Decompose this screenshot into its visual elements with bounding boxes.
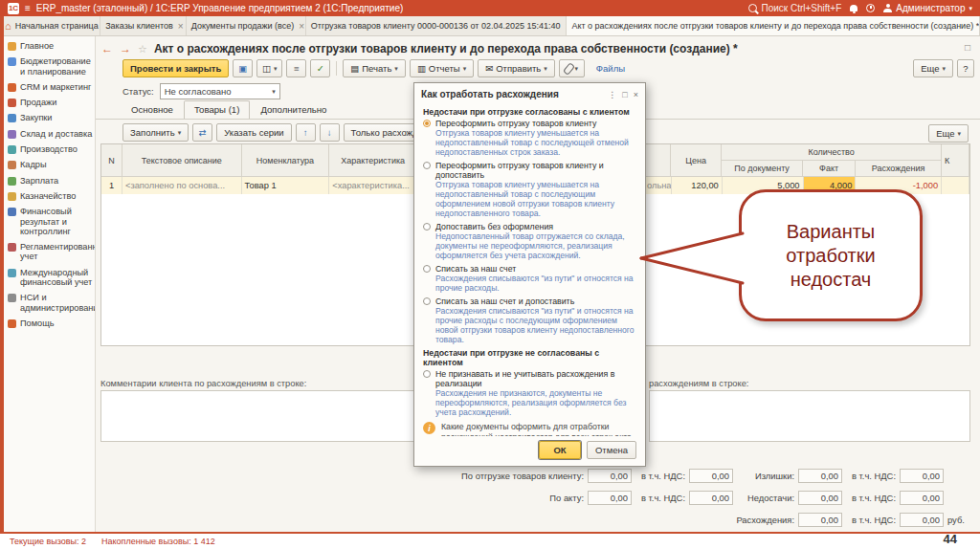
create-based-on-button[interactable]: ◫▾ — [256, 59, 282, 77]
sidebar-item-label: Бюджетирование и планирование — [20, 56, 93, 77]
option-reissue-shipment[interactable]: Переоформить отгрузку товаров клиенту — [423, 119, 636, 128]
tab-goods[interactable]: Товары (1) — [184, 100, 250, 119]
slide-page-number: 44 — [944, 532, 957, 546]
shortage-vat-field[interactable]: 0,00 — [900, 491, 944, 505]
cell-n[interactable]: 1 — [101, 177, 122, 194]
send-button[interactable]: ✉Отправить▾ — [478, 59, 555, 77]
discrepancy-field[interactable]: 0,00 — [798, 513, 842, 527]
attachments-button[interactable]: ▾ — [559, 59, 585, 77]
sidebar-item-hr[interactable]: Кадры — [4, 157, 95, 172]
ship-vat-field[interactable]: 0,00 — [689, 469, 733, 483]
tab-discrepancy-act[interactable]: Акт о расхождениях после отгрузки товаро… — [567, 16, 980, 35]
swap-button[interactable]: ⇄ — [192, 123, 212, 142]
fill-label: Заполнить — [130, 127, 175, 138]
radio-icon[interactable] — [423, 370, 431, 378]
tab-goods-shipment[interactable]: Отгрузка товаров клиенту 0000-000136 от … — [306, 16, 568, 35]
cell-text[interactable]: <заполнено по основа... — [122, 177, 242, 194]
print-button[interactable]: ▤Печать▾ — [343, 59, 406, 77]
option-do-not-recognize[interactable]: Не признавать и не учитывать расхождения… — [423, 369, 636, 388]
list-settings-button[interactable]: ≡ — [286, 59, 306, 77]
tab-customer-orders[interactable]: Заказы клиентов × — [100, 16, 187, 35]
dialog-maximize-icon[interactable]: □ — [622, 90, 627, 99]
history-icon[interactable] — [866, 4, 875, 12]
sidebar-item-regulated[interactable]: Регламентированный учет — [4, 239, 95, 265]
cancel-button[interactable]: Отмена — [587, 441, 636, 459]
user-menu[interactable]: Администратор ▾ — [883, 3, 972, 13]
radio-selected-icon[interactable] — [423, 120, 431, 127]
move-down-button[interactable]: ↓ — [320, 123, 340, 142]
sidebar-item-warehouse[interactable]: Склад и доставка — [4, 126, 95, 142]
move-up-button[interactable]: ↑ — [296, 123, 316, 142]
surplus-field[interactable]: 0,00 — [798, 469, 842, 483]
help-button[interactable]: ? — [957, 59, 974, 77]
cell-nomenclature[interactable]: Товар 1 — [242, 177, 330, 194]
table-more-button[interactable]: Еще▾ — [928, 124, 969, 143]
fill-button[interactable]: Заполнить▾ — [122, 123, 189, 142]
radio-icon[interactable] — [423, 223, 431, 231]
sidebar-item-help[interactable]: Помощь — [4, 316, 95, 331]
payroll-icon — [8, 177, 16, 186]
close-icon[interactable]: × — [178, 21, 184, 32]
act-amount-field[interactable]: 0,00 — [588, 491, 632, 505]
cell-clipped[interactable] — [942, 177, 969, 194]
sidebar-item-budgeting[interactable]: Бюджетирование и планирование — [4, 54, 95, 79]
check-fill-button[interactable]: ✓ — [310, 59, 330, 77]
close-icon[interactable]: × — [299, 21, 304, 32]
sidebar-item-finresult[interactable]: Финансовый результат и контроллинг — [4, 204, 95, 239]
app-titlebar: 1С ≡ ERP_master (эталонный) / 1С:ERP Упр… — [0, 0, 980, 16]
chevron-down-icon: ▾ — [394, 65, 398, 73]
tab-home[interactable]: ⌂ Начальная страница — [0, 16, 100, 35]
col-header-price: Цена — [671, 144, 722, 177]
surplus-vat-field[interactable]: 0,00 — [900, 469, 944, 483]
global-search[interactable]: Поиск Ctrl+Shift+F — [748, 3, 841, 13]
forward-arrow-icon[interactable]: → — [120, 43, 131, 55]
sidebar-item-treasury[interactable]: Казначейство — [4, 188, 95, 204]
option-label: Списать за наш счет — [435, 264, 636, 274]
cell-price[interactable]: 120,00 — [672, 177, 723, 194]
sidebar-item-main[interactable]: Главное — [4, 38, 95, 54]
reports-button[interactable]: ▥Отчеты▾ — [410, 59, 474, 77]
sidebar-item-ifrs[interactable]: Международный финансовый учет — [4, 265, 95, 291]
sidebar-item-crm[interactable]: CRM и маркетинг — [4, 79, 95, 95]
open-in-window-icon[interactable]: □ — [965, 42, 970, 53]
notifications-bell-icon[interactable] — [850, 5, 858, 11]
radio-icon[interactable] — [423, 162, 431, 169]
save-button[interactable]: ▣ — [233, 59, 253, 77]
tab-sales-documents[interactable]: Документы продажи (все) × — [187, 16, 306, 35]
app-title: ERP_master (эталонный) / 1С:ERP Управлен… — [36, 3, 404, 13]
post-and-close-button[interactable]: Провести и закрыть — [122, 59, 229, 77]
radio-icon[interactable] — [423, 265, 431, 273]
main-menu-icon[interactable]: ≡ — [25, 3, 31, 13]
back-arrow-icon[interactable]: ← — [101, 43, 113, 55]
cell-characteristic[interactable]: <характеристика... — [329, 177, 417, 194]
more-button[interactable]: Еще▾ — [913, 59, 953, 77]
favorite-star-icon[interactable]: ☆ — [138, 43, 147, 55]
vat-label: в т.ч. НДС: — [846, 493, 896, 503]
act-vat-field[interactable]: 0,00 — [689, 491, 733, 505]
tab-additional[interactable]: Дополнительно — [250, 100, 337, 119]
sidebar-item-payroll[interactable]: Зарплата — [4, 173, 95, 188]
option-reissue-and-redeliver[interactable]: Переоформить отгрузку товаров клиенту и … — [423, 161, 636, 180]
option-write-off-and-redeliver[interactable]: Списать за наш счет и допоставить — [423, 296, 636, 306]
ok-button[interactable]: ОК — [539, 441, 581, 459]
sidebar-item-sales[interactable]: Продажи — [4, 95, 95, 110]
discrepancy-vat-field[interactable]: 0,00 — [900, 513, 944, 527]
sidebar-item-production[interactable]: Производство — [4, 142, 95, 157]
files-button[interactable]: Файлы — [589, 59, 633, 77]
dialog-menu-icon[interactable]: ⋮ — [608, 90, 616, 99]
swap-icon: ⇄ — [199, 127, 207, 138]
user-icon — [883, 4, 892, 12]
ship-amount-field[interactable]: 0,00 — [588, 469, 632, 483]
sidebar-item-masterdata[interactable]: НСИ и администрирование — [4, 290, 95, 316]
comment-box[interactable] — [649, 390, 970, 442]
specify-series-button[interactable]: Указать серии — [216, 123, 291, 142]
option-write-off[interactable]: Списать за наш счет — [423, 264, 636, 274]
status-select[interactable]: Не согласовано ▾ — [160, 83, 280, 99]
section-agreed-header: Недостачи при отгрузке согласованы с кли… — [423, 107, 636, 117]
dialog-close-icon[interactable]: × — [634, 90, 638, 99]
shortage-field[interactable]: 0,00 — [798, 491, 842, 505]
sidebar-item-purchases[interactable]: Закупки — [4, 110, 95, 125]
tab-main[interactable]: Основное — [121, 100, 184, 119]
option-redeliver-without-docs[interactable]: Допоставить без оформления — [423, 222, 636, 231]
radio-icon[interactable] — [423, 297, 431, 305]
